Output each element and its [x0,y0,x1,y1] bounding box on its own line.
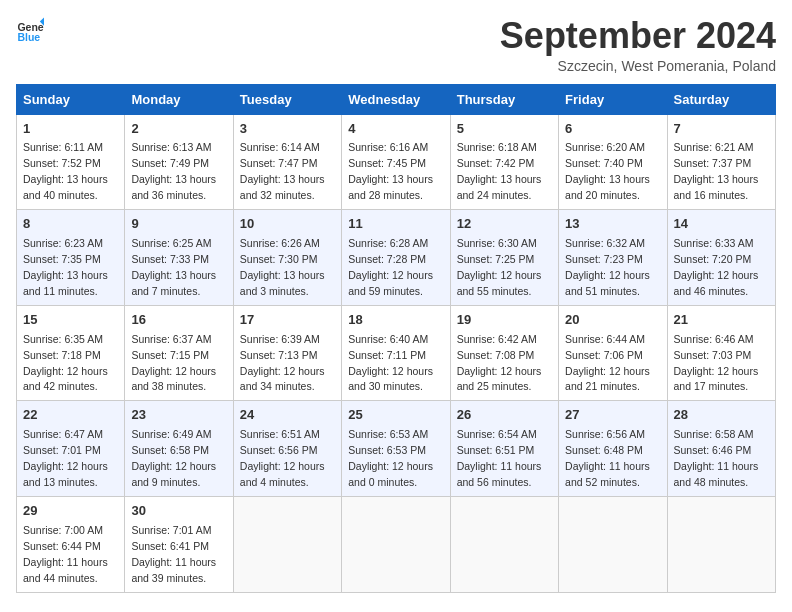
day-info: Sunrise: 6:46 AMSunset: 7:03 PMDaylight:… [674,333,759,393]
header-thursday: Thursday [450,84,558,114]
day-info: Sunrise: 6:18 AMSunset: 7:42 PMDaylight:… [457,141,542,201]
calendar-cell: 4Sunrise: 6:16 AMSunset: 7:45 PMDaylight… [342,114,450,210]
calendar-cell: 12Sunrise: 6:30 AMSunset: 7:25 PMDayligh… [450,210,558,306]
day-info: Sunrise: 6:33 AMSunset: 7:20 PMDaylight:… [674,237,759,297]
calendar-cell: 17Sunrise: 6:39 AMSunset: 7:13 PMDayligh… [233,305,341,401]
calendar-cell [559,496,667,592]
day-info: Sunrise: 6:54 AMSunset: 6:51 PMDaylight:… [457,428,542,488]
calendar-cell: 14Sunrise: 6:33 AMSunset: 7:20 PMDayligh… [667,210,775,306]
day-number: 28 [674,406,769,425]
day-number: 24 [240,406,335,425]
calendar-cell: 18Sunrise: 6:40 AMSunset: 7:11 PMDayligh… [342,305,450,401]
day-info: Sunrise: 7:01 AMSunset: 6:41 PMDaylight:… [131,524,216,584]
day-info: Sunrise: 6:42 AMSunset: 7:08 PMDaylight:… [457,333,542,393]
day-info: Sunrise: 6:21 AMSunset: 7:37 PMDaylight:… [674,141,759,201]
day-number: 30 [131,502,226,521]
day-info: Sunrise: 6:49 AMSunset: 6:58 PMDaylight:… [131,428,216,488]
calendar-cell: 19Sunrise: 6:42 AMSunset: 7:08 PMDayligh… [450,305,558,401]
day-number: 6 [565,120,660,139]
day-info: Sunrise: 6:53 AMSunset: 6:53 PMDaylight:… [348,428,433,488]
day-info: Sunrise: 6:56 AMSunset: 6:48 PMDaylight:… [565,428,650,488]
day-info: Sunrise: 6:51 AMSunset: 6:56 PMDaylight:… [240,428,325,488]
day-info: Sunrise: 6:23 AMSunset: 7:35 PMDaylight:… [23,237,108,297]
day-number: 19 [457,311,552,330]
calendar-cell [450,496,558,592]
location-title: Szczecin, West Pomerania, Poland [500,58,776,74]
day-number: 9 [131,215,226,234]
calendar-table: Sunday Monday Tuesday Wednesday Thursday… [16,84,776,593]
day-number: 26 [457,406,552,425]
day-info: Sunrise: 6:16 AMSunset: 7:45 PMDaylight:… [348,141,433,201]
calendar-cell: 7Sunrise: 6:21 AMSunset: 7:37 PMDaylight… [667,114,775,210]
day-number: 25 [348,406,443,425]
calendar-cell: 30Sunrise: 7:01 AMSunset: 6:41 PMDayligh… [125,496,233,592]
calendar-cell: 28Sunrise: 6:58 AMSunset: 6:46 PMDayligh… [667,401,775,497]
calendar-cell: 3Sunrise: 6:14 AMSunset: 7:47 PMDaylight… [233,114,341,210]
day-number: 23 [131,406,226,425]
month-title: September 2024 [500,16,776,56]
logo: General Blue [16,16,44,44]
day-info: Sunrise: 6:20 AMSunset: 7:40 PMDaylight:… [565,141,650,201]
title-area: September 2024 Szczecin, West Pomerania,… [500,16,776,74]
day-info: Sunrise: 6:28 AMSunset: 7:28 PMDaylight:… [348,237,433,297]
day-number: 29 [23,502,118,521]
weekday-header-row: Sunday Monday Tuesday Wednesday Thursday… [17,84,776,114]
header-tuesday: Tuesday [233,84,341,114]
calendar-cell [233,496,341,592]
day-info: Sunrise: 6:47 AMSunset: 7:01 PMDaylight:… [23,428,108,488]
calendar-cell: 9Sunrise: 6:25 AMSunset: 7:33 PMDaylight… [125,210,233,306]
calendar-cell: 24Sunrise: 6:51 AMSunset: 6:56 PMDayligh… [233,401,341,497]
day-number: 17 [240,311,335,330]
day-info: Sunrise: 6:26 AMSunset: 7:30 PMDaylight:… [240,237,325,297]
calendar-cell: 29Sunrise: 7:00 AMSunset: 6:44 PMDayligh… [17,496,125,592]
day-info: Sunrise: 6:35 AMSunset: 7:18 PMDaylight:… [23,333,108,393]
day-number: 2 [131,120,226,139]
day-info: Sunrise: 6:25 AMSunset: 7:33 PMDaylight:… [131,237,216,297]
calendar-cell: 25Sunrise: 6:53 AMSunset: 6:53 PMDayligh… [342,401,450,497]
day-info: Sunrise: 7:00 AMSunset: 6:44 PMDaylight:… [23,524,108,584]
calendar-cell: 26Sunrise: 6:54 AMSunset: 6:51 PMDayligh… [450,401,558,497]
header-monday: Monday [125,84,233,114]
day-info: Sunrise: 6:14 AMSunset: 7:47 PMDaylight:… [240,141,325,201]
header-friday: Friday [559,84,667,114]
day-number: 10 [240,215,335,234]
day-number: 27 [565,406,660,425]
calendar-week-row: 22Sunrise: 6:47 AMSunset: 7:01 PMDayligh… [17,401,776,497]
calendar-cell: 11Sunrise: 6:28 AMSunset: 7:28 PMDayligh… [342,210,450,306]
day-info: Sunrise: 6:37 AMSunset: 7:15 PMDaylight:… [131,333,216,393]
calendar-cell: 2Sunrise: 6:13 AMSunset: 7:49 PMDaylight… [125,114,233,210]
calendar-cell [342,496,450,592]
day-number: 1 [23,120,118,139]
calendar-cell: 1Sunrise: 6:11 AMSunset: 7:52 PMDaylight… [17,114,125,210]
calendar-cell: 27Sunrise: 6:56 AMSunset: 6:48 PMDayligh… [559,401,667,497]
day-number: 13 [565,215,660,234]
day-number: 21 [674,311,769,330]
calendar-cell: 10Sunrise: 6:26 AMSunset: 7:30 PMDayligh… [233,210,341,306]
day-number: 3 [240,120,335,139]
calendar-cell: 5Sunrise: 6:18 AMSunset: 7:42 PMDaylight… [450,114,558,210]
day-number: 8 [23,215,118,234]
day-info: Sunrise: 6:30 AMSunset: 7:25 PMDaylight:… [457,237,542,297]
logo-icon: General Blue [16,16,44,44]
calendar-cell: 23Sunrise: 6:49 AMSunset: 6:58 PMDayligh… [125,401,233,497]
calendar-week-row: 8Sunrise: 6:23 AMSunset: 7:35 PMDaylight… [17,210,776,306]
day-info: Sunrise: 6:39 AMSunset: 7:13 PMDaylight:… [240,333,325,393]
header-sunday: Sunday [17,84,125,114]
calendar-week-row: 1Sunrise: 6:11 AMSunset: 7:52 PMDaylight… [17,114,776,210]
day-number: 15 [23,311,118,330]
calendar-cell: 21Sunrise: 6:46 AMSunset: 7:03 PMDayligh… [667,305,775,401]
calendar-cell: 13Sunrise: 6:32 AMSunset: 7:23 PMDayligh… [559,210,667,306]
day-info: Sunrise: 6:11 AMSunset: 7:52 PMDaylight:… [23,141,108,201]
day-number: 16 [131,311,226,330]
calendar-cell [667,496,775,592]
day-info: Sunrise: 6:44 AMSunset: 7:06 PMDaylight:… [565,333,650,393]
day-number: 20 [565,311,660,330]
day-number: 7 [674,120,769,139]
day-number: 14 [674,215,769,234]
day-info: Sunrise: 6:13 AMSunset: 7:49 PMDaylight:… [131,141,216,201]
calendar-week-row: 29Sunrise: 7:00 AMSunset: 6:44 PMDayligh… [17,496,776,592]
day-number: 11 [348,215,443,234]
day-info: Sunrise: 6:32 AMSunset: 7:23 PMDaylight:… [565,237,650,297]
day-info: Sunrise: 6:58 AMSunset: 6:46 PMDaylight:… [674,428,759,488]
header-wednesday: Wednesday [342,84,450,114]
